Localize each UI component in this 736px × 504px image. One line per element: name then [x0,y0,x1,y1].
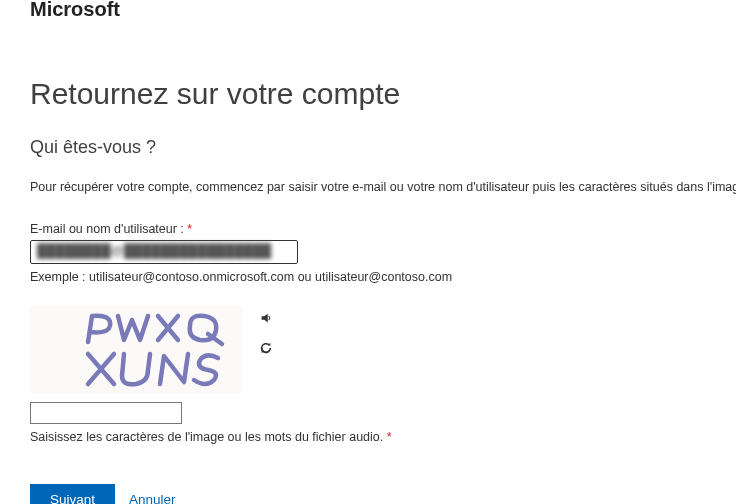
required-marker: * [184,222,192,236]
captcha-input[interactable] [30,402,182,424]
captcha-image [30,306,242,394]
microsoft-logo: Microsoft [0,0,736,29]
page-subtitle: Qui êtes-vous ? [30,137,706,158]
instructions-text: Pour récupérer votre compte, commencez p… [30,180,706,194]
cancel-button[interactable]: Annuler [129,492,176,504]
required-marker: * [383,430,391,444]
email-example: Exemple : utilisateur@contoso.onmicrosof… [30,270,706,284]
email-label-text: E-mail ou nom d'utilisateur : [30,222,184,236]
page-title: Retournez sur votre compte [30,77,706,111]
email-value: ████████@████████████████ [37,243,271,258]
captcha-hint: Saisissez les caractères de l'image ou l… [30,430,706,444]
email-input[interactable]: ████████@████████████████ [30,240,298,264]
email-label: E-mail ou nom d'utilisateur : * [30,222,706,236]
next-button[interactable]: Suivant [30,484,115,504]
captcha-hint-text: Saisissez les caractères de l'image ou l… [30,430,383,444]
refresh-icon[interactable] [258,340,274,356]
audio-icon[interactable] [258,310,274,326]
